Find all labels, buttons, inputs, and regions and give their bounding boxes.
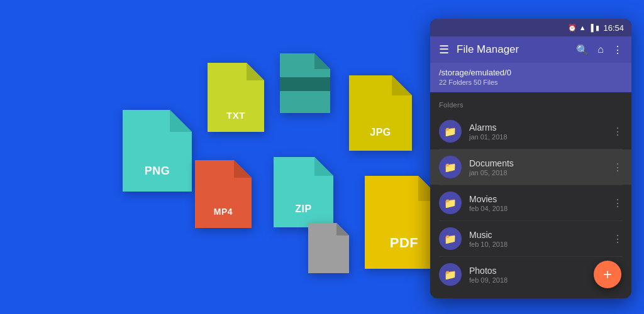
list-item[interactable]: 📁 Music feb 10, 2018 ⋮ — [430, 221, 631, 256]
folder-more-icon[interactable]: ⋮ — [613, 126, 623, 138]
png-label: PNG — [123, 165, 192, 178]
folder-more-icon[interactable]: ⋮ — [613, 161, 623, 173]
folder-icon-movies: 📁 — [439, 192, 462, 214]
folder-details-alarms: Alarms jan 01, 2018 — [469, 122, 605, 141]
png-file-icon: PNG — [123, 110, 192, 192]
folder-name: Music — [469, 230, 605, 240]
signal-icon: ▐ — [589, 24, 594, 31]
alarm-icon: ⏰ — [568, 24, 577, 32]
txt-file-icon: TXT — [208, 63, 264, 132]
folder-date: feb 04, 2018 — [469, 205, 605, 212]
folder-name: Alarms — [469, 122, 605, 133]
fab-plus-icon: + — [603, 267, 612, 282]
list-item[interactable]: 📁 Movies feb 04, 2018 ⋮ — [430, 185, 631, 220]
header-icons: 🔍 ⌂ ⋮ — [576, 44, 623, 56]
more-icon[interactable]: ⋮ — [613, 44, 623, 56]
section-label: Folders — [430, 99, 631, 114]
mp4-file-icon: MP4 — [195, 160, 252, 228]
zip-file-icon: ZIP — [274, 157, 333, 227]
folder-icon-photos: 📁 — [439, 263, 462, 286]
file-icons-area: PNG TXT JPG MP4 — [0, 0, 428, 314]
app-header: ☰ File Manager 🔍 ⌂ ⋮ — [430, 36, 631, 63]
folder-name: Movies — [469, 194, 605, 204]
folder-date: feb 10, 2018 — [469, 241, 605, 248]
battery-icon: ▮ — [596, 24, 599, 32]
folder-icon-alarms: 📁 — [439, 120, 462, 143]
folder-symbol: 📁 — [444, 269, 457, 281]
zip-label: ZIP — [274, 203, 333, 215]
folder-symbol: 📁 — [444, 161, 457, 173]
svg-marker-1 — [170, 110, 192, 132]
svg-marker-3 — [247, 63, 264, 80]
status-icons: ⏰ ▲ ▐ ▮ — [568, 24, 600, 32]
gray-file-icon — [308, 223, 349, 273]
svg-marker-12 — [314, 157, 333, 176]
svg-rect-6 — [280, 77, 330, 91]
folder-symbol: 📁 — [444, 126, 457, 138]
list-item[interactable]: 📁 Documents jan 05, 2018 ⋮ — [430, 149, 631, 185]
fab-button[interactable]: + — [594, 261, 621, 288]
folder-icon-music: 📁 — [439, 227, 462, 250]
app-title: File Manager — [457, 43, 569, 56]
phone-panel: ⏰ ▲ ▐ ▮ 16:54 ☰ File Manager 🔍 ⌂ ⋮ /stor… — [430, 19, 631, 298]
folder-details-movies: Movies feb 04, 2018 — [469, 194, 605, 212]
folder-date: jan 05, 2018 — [469, 169, 605, 176]
teal-file-icon — [280, 53, 330, 113]
status-time: 16:54 — [603, 23, 624, 33]
folder-more-icon[interactable]: ⋮ — [613, 197, 623, 209]
svg-marker-10 — [234, 160, 252, 178]
path-text: /storage/emulated/0 — [439, 68, 623, 77]
path-bar: /storage/emulated/0 22 Folders 50 Files — [430, 63, 631, 92]
path-info: 22 Folders 50 Files — [439, 78, 623, 86]
svg-marker-8 — [392, 75, 412, 95]
folder-symbol: 📁 — [444, 233, 457, 245]
svg-marker-14 — [336, 223, 349, 236]
folder-name: Documents — [469, 158, 605, 168]
status-bar: ⏰ ▲ ▐ ▮ 16:54 — [430, 19, 631, 36]
jpg-file-icon: JPG — [349, 75, 412, 151]
wifi-icon: ▲ — [579, 24, 586, 31]
search-icon[interactable]: 🔍 — [576, 44, 589, 56]
folder-more-icon[interactable]: ⋮ — [613, 233, 623, 245]
jpg-label: JPG — [349, 127, 412, 138]
folder-date: jan 01, 2018 — [469, 133, 605, 141]
menu-icon[interactable]: ☰ — [439, 43, 449, 57]
folder-details-music: Music feb 10, 2018 — [469, 230, 605, 248]
mp4-label: MP4 — [195, 207, 252, 217]
folder-symbol: 📁 — [444, 197, 457, 209]
txt-label: TXT — [208, 110, 264, 121]
svg-marker-5 — [314, 53, 330, 69]
list-item[interactable]: 📁 Alarms jan 01, 2018 ⋮ — [430, 114, 631, 149]
folder-icon-documents: 📁 — [439, 156, 462, 178]
home-icon[interactable]: ⌂ — [597, 44, 604, 55]
folder-details-documents: Documents jan 05, 2018 — [469, 158, 605, 176]
